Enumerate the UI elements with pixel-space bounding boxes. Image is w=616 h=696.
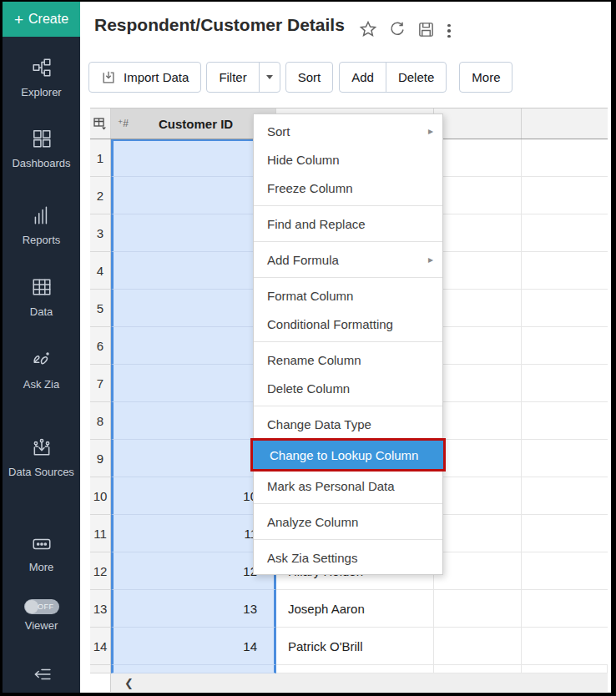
menu-item[interactable]: Delete Column	[254, 374, 442, 402]
sidebar-item-dashboards[interactable]: Dashboards	[3, 128, 80, 169]
row-number[interactable]: 3	[90, 214, 111, 252]
more-button[interactable]: More	[459, 62, 512, 93]
row-number[interactable]: 4	[90, 252, 111, 290]
menu-item[interactable]: Change Data Type	[254, 410, 442, 438]
scrollbar-track[interactable]: ❮	[111, 673, 608, 692]
cell-empty[interactable]	[522, 177, 608, 214]
cell-customer-id[interactable]	[111, 139, 276, 177]
sidebar-item-ask-zia[interactable]: Ask Zia	[3, 349, 80, 391]
cell-empty[interactable]	[434, 290, 522, 327]
cell-customer-id[interactable]: 14	[111, 628, 276, 665]
menu-item[interactable]: Analyze Column	[254, 507, 442, 536]
cell-customer-id[interactable]	[111, 290, 276, 327]
cell-name[interactable]: Patrick O'Brill	[276, 628, 434, 665]
cell-empty[interactable]	[434, 177, 522, 214]
viewer-toggle-item[interactable]: OFF Viewer	[3, 599, 80, 632]
menu-item[interactable]: Sort	[254, 117, 442, 145]
sidebar-item-more[interactable]: More	[3, 535, 80, 573]
sort-button[interactable]: Sort	[285, 62, 334, 93]
cell-empty[interactable]	[434, 402, 522, 440]
cell-empty[interactable]	[434, 139, 522, 177]
row-number[interactable]: 10	[90, 477, 111, 515]
cell-empty[interactable]	[434, 252, 522, 290]
import-data-button[interactable]: Import Data	[88, 62, 201, 93]
cell-empty[interactable]	[522, 552, 608, 590]
cell-customer-id[interactable]	[111, 177, 276, 214]
menu-item[interactable]: Hide Column	[254, 145, 442, 174]
cell-customer-id[interactable]	[111, 327, 276, 365]
row-number[interactable]: 1	[90, 139, 111, 177]
viewer-toggle[interactable]: OFF	[24, 599, 59, 614]
customer-id-column-header[interactable]: ⁺# Customer ID	[111, 108, 276, 139]
cell-customer-id[interactable]	[111, 402, 276, 440]
cell-empty[interactable]	[434, 440, 522, 477]
cell-empty[interactable]	[434, 590, 522, 628]
collapse-sidebar-button[interactable]	[3, 665, 80, 686]
menu-item-highlighted[interactable]: Change to Lookup Column	[250, 438, 446, 472]
row-number[interactable]: 5	[90, 290, 111, 327]
cell-empty[interactable]	[522, 477, 608, 515]
cell-empty[interactable]	[434, 477, 522, 515]
sidebar-item-explorer[interactable]: Explorer	[3, 57, 80, 98]
cell-customer-id[interactable]: 13	[111, 590, 276, 628]
cell-customer-id[interactable]: 10	[111, 477, 276, 515]
cell-empty[interactable]	[434, 628, 522, 665]
select-all-corner[interactable]	[90, 108, 111, 139]
cell-empty[interactable]	[434, 552, 522, 590]
menu-item[interactable]: Mark as Personal Data	[254, 472, 442, 500]
row-number[interactable]: 2	[90, 177, 111, 214]
create-button[interactable]: + Create	[3, 2, 80, 37]
cell-empty[interactable]	[522, 515, 608, 552]
delete-button[interactable]: Delete	[386, 63, 446, 92]
scroll-left-icon[interactable]: ❮	[124, 678, 134, 688]
cell-empty[interactable]	[522, 440, 608, 477]
column-header[interactable]	[522, 108, 608, 139]
row-number[interactable]: 6	[90, 327, 111, 365]
save-icon[interactable]	[417, 21, 435, 42]
row-number[interactable]: 9	[90, 440, 111, 477]
add-button[interactable]: Add	[340, 63, 386, 92]
cell-empty[interactable]	[434, 214, 522, 252]
column-header[interactable]	[434, 108, 522, 139]
row-number[interactable]: 8	[90, 402, 111, 440]
filter-button[interactable]: Filter	[207, 63, 258, 92]
row-number[interactable]: 12	[90, 552, 111, 590]
cell-empty[interactable]	[522, 290, 608, 327]
cell-name[interactable]: Joseph Aaron	[276, 590, 434, 628]
sidebar-item-reports[interactable]: Reports	[3, 204, 80, 246]
cell-empty[interactable]	[522, 402, 608, 440]
favorite-star-icon[interactable]	[359, 20, 377, 42]
menu-item[interactable]: Add Formula	[254, 245, 442, 274]
cell-empty[interactable]	[522, 365, 608, 402]
menu-item[interactable]: Find and Replace	[254, 209, 442, 238]
row-number[interactable]: 14	[90, 628, 111, 665]
menu-item[interactable]: Conditional Formatting	[254, 310, 442, 338]
cell-empty[interactable]	[522, 327, 608, 365]
cell-empty[interactable]	[522, 628, 608, 665]
row-number[interactable]: 13	[90, 590, 111, 628]
kebab-menu-icon[interactable]	[446, 23, 452, 40]
row-number[interactable]: 11	[90, 515, 111, 552]
cell-empty[interactable]	[522, 139, 608, 177]
cell-empty[interactable]	[522, 214, 608, 252]
cell-customer-id[interactable]	[111, 252, 276, 290]
cell-empty[interactable]	[522, 252, 608, 290]
row-number[interactable]: 7	[90, 365, 111, 402]
add-label: Add	[351, 70, 374, 84]
sidebar-item-data-sources[interactable]: Data Sources	[3, 436, 80, 478]
cell-empty[interactable]	[522, 590, 608, 628]
cell-customer-id[interactable]: 11	[111, 515, 276, 552]
cell-customer-id[interactable]	[111, 214, 276, 252]
refresh-icon[interactable]	[388, 20, 406, 42]
cell-empty[interactable]	[434, 365, 522, 402]
menu-item[interactable]: Freeze Column	[254, 174, 442, 202]
menu-item[interactable]: Ask Zia Settings	[254, 543, 442, 572]
cell-customer-id[interactable]: 12	[111, 552, 276, 590]
menu-item[interactable]: Rename Column	[254, 345, 442, 374]
cell-empty[interactable]	[434, 327, 522, 365]
cell-customer-id[interactable]	[111, 365, 276, 402]
sidebar-item-data[interactable]: Data	[3, 276, 80, 318]
cell-empty[interactable]	[434, 515, 522, 552]
filter-dropdown-button[interactable]	[259, 63, 280, 92]
menu-item[interactable]: Format Column	[254, 281, 442, 310]
